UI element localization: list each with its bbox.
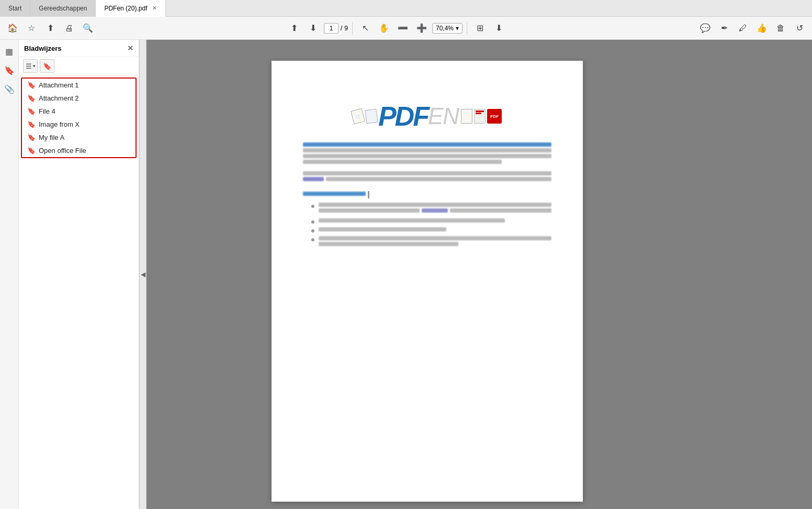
snapshot-button[interactable]: ⊞ (471, 20, 488, 37)
tab-bar: Start Gereedschappen PDFen (20).pdf ✕ (0, 0, 812, 17)
hand-tool-button[interactable]: ✋ (376, 20, 392, 37)
bookmark-item-file4[interactable]: 🔖 File 4 (22, 105, 136, 118)
tab-pdfen[interactable]: PDFen (20).pdf ✕ (96, 0, 166, 17)
bookmarks-title: Bladwijzers (24, 45, 62, 52)
bookmark-icon-myfileA: 🔖 (27, 134, 36, 141)
collapse-arrow-icon: ◀ (141, 271, 145, 278)
right-gray-area (707, 40, 812, 509)
bookmark-label-attachment2: Attachment 2 (39, 94, 79, 102)
bookmark-label-openoffice: Open office File (39, 147, 86, 154)
bookmark-icon-openoffice: 🔖 (27, 147, 36, 154)
tab-gereedschappen-label: Gereedschappen (39, 5, 87, 12)
print-button[interactable]: 🖨 (61, 20, 77, 37)
page-total: 9 (344, 25, 348, 32)
pdf-viewer[interactable]: 📄 PDF EN (146, 40, 707, 509)
toolbar: 🏠 ☆ ⬆ 🖨 🔍 ⬆ ⬇ / 9 ↖ ✋ ➖ ➕ 70,4% ▾ ⊞ ⬇ 💬 … (0, 17, 812, 40)
zoom-out-button[interactable]: ➖ (394, 20, 411, 37)
sidebar-icons: ▦ 🔖 📎 (0, 40, 19, 509)
page-separator: / (341, 25, 342, 32)
bookmark-icon-attachment1: 🔖 (27, 81, 36, 89)
pen-button[interactable]: ✒ (716, 20, 732, 37)
highlight-button[interactable]: 🖊 (735, 20, 751, 37)
tab-close-button[interactable]: ✕ (152, 5, 157, 12)
bookmark-item-attachment2[interactable]: 🔖 Attachment 2 (22, 92, 136, 105)
tab-start-label: Start (8, 5, 21, 12)
comment-button[interactable]: 💬 (697, 20, 714, 37)
search-button[interactable]: 🔍 (80, 20, 96, 37)
bookmark-item-openoffice[interactable]: 🔖 Open office File (22, 144, 136, 157)
rotate-button[interactable]: ↺ (791, 20, 808, 37)
page-up-button[interactable]: ⬆ (286, 20, 303, 37)
stamp-button[interactable]: 👍 (753, 20, 770, 37)
sidebar-attachments-button[interactable]: 📎 (2, 82, 17, 96)
page-input[interactable] (324, 23, 339, 34)
pdf-logo: 📄 PDF EN (303, 103, 551, 130)
zoom-level: 70,4% (436, 25, 454, 32)
main-content: ▦ 🔖 📎 Bladwijzers ✕ ☰ ▾ 🔖 🔖 Attachment 1 (0, 40, 812, 509)
bookmark-button[interactable]: ☆ (23, 20, 40, 37)
list-icon: ☰ (26, 62, 32, 70)
page-nav: / 9 (324, 23, 348, 34)
bookmark-label-attachment1: Attachment 1 (39, 81, 79, 89)
page-down-button[interactable]: ⬇ (305, 20, 322, 37)
bookmark-item-attachment1[interactable]: 🔖 Attachment 1 (22, 79, 136, 92)
home-button[interactable]: 🏠 (4, 20, 21, 37)
download-button[interactable]: ⬇ (490, 20, 507, 37)
pdf-text-block-2 (303, 171, 551, 184)
sidebar-bookmarks-button[interactable]: 🔖 (2, 63, 17, 78)
tab-pdfen-label: PDFen (20).pdf (104, 5, 147, 12)
pdf-bullet-list (311, 203, 551, 248)
cursor-tool-button[interactable]: ↖ (357, 20, 374, 37)
pdf-bullet-3 (311, 227, 551, 233)
bookmark-icon-imagex: 🔖 (27, 120, 36, 128)
bookmarks-close-button[interactable]: ✕ (127, 44, 133, 52)
zoom-control[interactable]: 70,4% ▾ (432, 23, 463, 34)
upload-button[interactable]: ⬆ (42, 20, 59, 37)
zoom-in-button[interactable]: ➕ (413, 20, 430, 37)
chevron-down-icon: ▾ (33, 63, 36, 69)
search-bookmark-icon: 🔖 (43, 62, 51, 70)
bookmarks-header: Bladwijzers ✕ (19, 40, 139, 57)
pdf-text-block-1 (303, 142, 551, 164)
pdf-bullet-1 (311, 203, 551, 215)
bookmarks-panel: Bladwijzers ✕ ☰ ▾ 🔖 🔖 Attachment 1 🔖 Att… (19, 40, 139, 509)
tab-start[interactable]: Start (0, 0, 30, 17)
delete-button[interactable]: 🗑 (772, 20, 789, 37)
pdf-logo-suffix: EN (428, 105, 459, 128)
sep1 (352, 22, 353, 35)
pdf-bullet-2 (311, 218, 551, 224)
sep2 (467, 22, 467, 35)
bookmark-item-imagex[interactable]: 🔖 Image from X (22, 118, 136, 131)
bookmark-icon-file4: 🔖 (27, 107, 36, 115)
sidebar-pages-button[interactable]: ▦ (2, 44, 17, 59)
pdf-page: 📄 PDF EN (272, 61, 583, 502)
pdf-bullet-4 (311, 236, 551, 248)
panel-collapse-handle[interactable]: ◀ (139, 40, 146, 509)
tab-gereedschappen[interactable]: Gereedschappen (30, 0, 96, 17)
bookmark-label-imagex: Image from X (39, 120, 80, 128)
bookmarks-view-button[interactable]: ☰ ▾ (23, 59, 38, 73)
bookmarks-list: 🔖 Attachment 1 🔖 Attachment 2 🔖 File 4 🔖… (19, 75, 139, 509)
zoom-dropdown-icon: ▾ (456, 25, 459, 32)
bookmarks-toolbar: ☰ ▾ 🔖 (19, 57, 139, 75)
bookmarks-selected-group: 🔖 Attachment 1 🔖 Attachment 2 🔖 File 4 🔖… (21, 78, 137, 158)
pdf-text-block-3 (303, 191, 551, 248)
bookmark-item-myfileA[interactable]: 🔖 My file A (22, 131, 136, 144)
toolbar-center: ⬆ ⬇ / 9 ↖ ✋ ➖ ➕ 70,4% ▾ ⊞ ⬇ (98, 20, 695, 37)
bookmark-label-file4: File 4 (39, 107, 55, 115)
bookmark-label-myfileA: My file A (39, 134, 64, 141)
pdf-logo-text: PDF (378, 103, 428, 130)
bookmarks-search-button[interactable]: 🔖 (40, 59, 54, 73)
bookmark-icon-attachment2: 🔖 (27, 94, 36, 102)
